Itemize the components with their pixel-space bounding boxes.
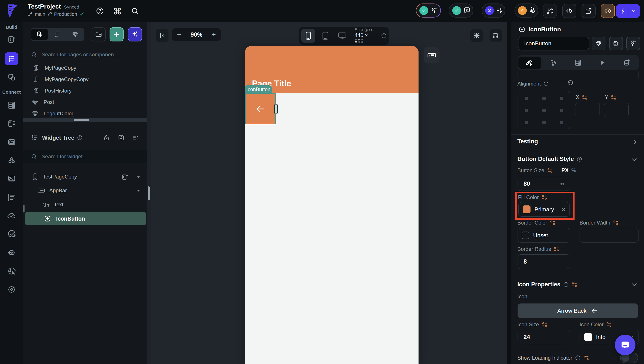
rail-components-icon[interactable] bbox=[7, 73, 16, 82]
preview-eye-button[interactable] bbox=[601, 4, 615, 18]
alignment-grid[interactable] bbox=[518, 91, 570, 129]
add-widget-icon[interactable] bbox=[121, 173, 128, 181]
infinity-icon[interactable]: ∞ bbox=[560, 180, 564, 187]
add-folder-button[interactable] bbox=[92, 28, 106, 42]
rail-database-icon[interactable] bbox=[7, 101, 16, 110]
chevron-down-icon[interactable] bbox=[631, 281, 638, 288]
actions-pill[interactable]: 2 bbox=[482, 4, 505, 18]
tree-node-iconbutton-selected[interactable]: IconButton bbox=[25, 212, 146, 225]
info-icon[interactable] bbox=[544, 81, 549, 86]
set-from-variable-icon[interactable] bbox=[550, 220, 556, 226]
rail-app-values-icon[interactable] bbox=[7, 119, 16, 128]
device-tablet-tab[interactable] bbox=[318, 29, 332, 43]
pages-search-input[interactable] bbox=[41, 51, 134, 58]
info-icon[interactable] bbox=[575, 355, 581, 361]
button-size-input[interactable]: 80 ∞ bbox=[518, 177, 570, 191]
collapse-panel-button[interactable] bbox=[156, 29, 168, 42]
set-from-variable-icon[interactable] bbox=[611, 94, 617, 100]
tab-properties[interactable] bbox=[518, 57, 541, 69]
expand-collapse-icon[interactable] bbox=[118, 134, 125, 141]
set-from-variable-icon[interactable] bbox=[572, 281, 578, 288]
convert-to-component-button[interactable] bbox=[592, 37, 606, 50]
icon-picker-button[interactable]: Arrow Back bbox=[518, 303, 638, 318]
set-from-variable-icon[interactable] bbox=[542, 321, 548, 328]
chevron-right-icon[interactable] bbox=[632, 139, 638, 145]
tree-node-page[interactable]: TestPageCopy bbox=[32, 171, 77, 183]
border-color-input[interactable]: Unset bbox=[518, 228, 570, 242]
panel-resize-strip[interactable] bbox=[23, 118, 147, 122]
ai-generate-page-button[interactable] bbox=[128, 28, 142, 42]
set-from-variable-icon[interactable] bbox=[613, 220, 619, 226]
project-title[interactable]: TestProject bbox=[28, 3, 61, 10]
rail-widget-palette-icon[interactable] bbox=[7, 35, 16, 44]
branch-button[interactable] bbox=[543, 4, 557, 18]
widget-search-input[interactable] bbox=[41, 153, 130, 160]
search-button[interactable] bbox=[131, 7, 139, 15]
theme-mode-button[interactable] bbox=[470, 29, 483, 42]
set-from-variable-icon[interactable] bbox=[547, 167, 553, 173]
app-logo-icon[interactable] bbox=[4, 3, 20, 19]
deploy-chevron-icon[interactable] bbox=[631, 9, 636, 13]
left-panel-scrollbar-track[interactable] bbox=[147, 22, 151, 364]
page-list-item[interactable]: MyPageCopyCopy bbox=[23, 74, 147, 85]
unit-px-toggle[interactable]: PX bbox=[562, 167, 568, 173]
widget-name-input[interactable] bbox=[518, 37, 589, 51]
help-button[interactable] bbox=[96, 7, 104, 15]
chevron-down-icon[interactable] bbox=[631, 156, 638, 163]
zoom-in-button[interactable]: + bbox=[212, 31, 216, 39]
left-panel-scrollbar-thumb[interactable] bbox=[148, 186, 150, 200]
zoom-level[interactable]: 90% bbox=[190, 31, 202, 38]
icon-color-swatch[interactable] bbox=[584, 333, 592, 341]
issues-pill[interactable]: 4 bbox=[514, 4, 538, 18]
filter-components-tab[interactable] bbox=[67, 29, 84, 40]
panel-resize-handle[interactable] bbox=[74, 119, 90, 121]
comments-pill[interactable] bbox=[449, 4, 473, 18]
set-from-variable-icon[interactable] bbox=[583, 355, 590, 361]
rail-integrations-icon[interactable] bbox=[7, 156, 16, 165]
rail-page-selector-active[interactable] bbox=[4, 52, 18, 65]
size-value[interactable]: 440 × 956 bbox=[354, 32, 377, 45]
ai-review-pill[interactable] bbox=[416, 4, 441, 18]
set-from-variable-icon[interactable] bbox=[582, 94, 588, 100]
filter-all-tab[interactable] bbox=[31, 29, 48, 40]
tree-vertical-scrollbar[interactable] bbox=[23, 205, 24, 212]
filter-pages-tab[interactable] bbox=[49, 29, 66, 40]
border-color-swatch-unset[interactable] bbox=[522, 232, 529, 239]
border-width-input[interactable] bbox=[580, 228, 639, 242]
lock-icon[interactable] bbox=[103, 134, 110, 141]
code-view-button[interactable] bbox=[562, 4, 576, 18]
icon-size-input[interactable]: 24 bbox=[518, 330, 570, 344]
device-frame[interactable]: Page Title IconButton bbox=[245, 46, 418, 364]
device-desktop-tab[interactable] bbox=[336, 29, 350, 43]
component-list-item[interactable]: LogoutDialog bbox=[23, 108, 147, 119]
open-external-button[interactable] bbox=[582, 4, 596, 18]
device-phone-tab[interactable] bbox=[301, 29, 315, 43]
rail-tests-icon[interactable] bbox=[7, 230, 16, 239]
size-info-icon[interactable] bbox=[381, 33, 387, 39]
copy-widget-button[interactable] bbox=[609, 37, 623, 50]
zoom-out-button[interactable]: − bbox=[177, 31, 181, 39]
tab-backend[interactable] bbox=[567, 57, 590, 69]
tab-run[interactable] bbox=[591, 57, 614, 69]
set-from-variable-icon[interactable] bbox=[554, 246, 560, 252]
align-y-input[interactable] bbox=[604, 103, 629, 117]
info-icon[interactable] bbox=[576, 156, 582, 162]
support-chat-button[interactable] bbox=[615, 335, 636, 355]
tree-node-text[interactable]: Tт Text bbox=[43, 198, 64, 211]
canvas-settings-button[interactable] bbox=[490, 29, 502, 42]
selected-iconbutton-widget[interactable] bbox=[245, 93, 276, 124]
appbar-quick-chip[interactable] bbox=[424, 47, 440, 63]
rail-cloud-functions-icon[interactable] bbox=[7, 211, 16, 220]
tree-node-appbar[interactable]: AppBar bbox=[38, 184, 67, 197]
tab-interactions[interactable] bbox=[543, 57, 565, 69]
rail-theme-icon[interactable] bbox=[7, 266, 16, 276]
branch-name[interactable]: main bbox=[35, 12, 45, 17]
component-list-item[interactable]: Post bbox=[23, 97, 147, 108]
rail-app-logs-icon[interactable] bbox=[7, 193, 16, 202]
tree-sort-icon[interactable] bbox=[132, 134, 139, 141]
deploy-split-button[interactable] bbox=[616, 4, 640, 18]
border-radius-input[interactable]: 8 bbox=[518, 254, 570, 269]
ai-assist-button[interactable] bbox=[626, 37, 640, 50]
testing-section-header[interactable]: Testing bbox=[517, 138, 538, 145]
chevron-down-icon[interactable] bbox=[136, 175, 141, 179]
